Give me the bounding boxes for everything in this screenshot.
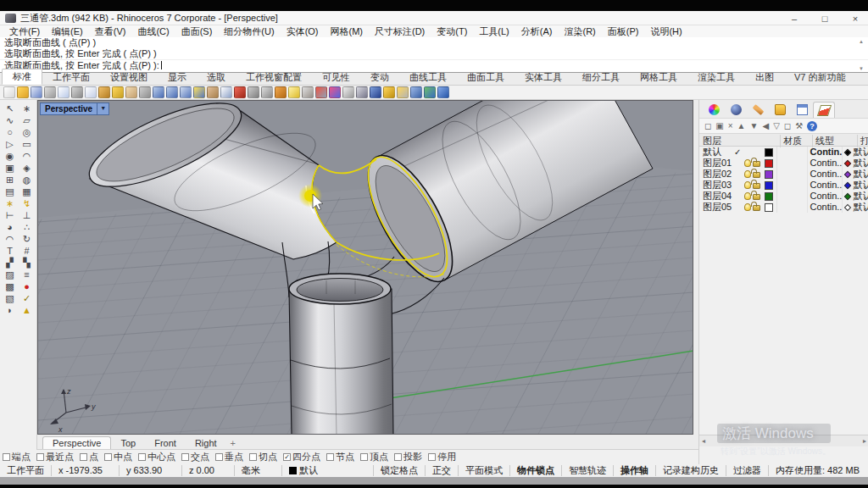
menu-item[interactable]: 工具(L) [473, 25, 515, 38]
surface-icon[interactable]: ▣ [2, 162, 19, 174]
panel-help-icon[interactable]: ? [807, 121, 817, 131]
3d-scene[interactable]: z y x [38, 101, 693, 435]
plane-icon[interactable]: ▦ [19, 186, 36, 197]
tools-icon[interactable]: ⚒ [795, 119, 803, 133]
material-cell[interactable] [776, 169, 807, 180]
lock-cell[interactable] [753, 180, 765, 191]
layer-color-swatch[interactable] [765, 148, 773, 157]
toolbar-tab[interactable]: 设置视图 [100, 70, 158, 85]
render-icon[interactable] [315, 86, 327, 98]
move-down-icon[interactable]: ▼ [750, 119, 759, 133]
status-pane-记录建构历史[interactable]: 记录建构历史 [656, 465, 726, 476]
close-button[interactable]: × [849, 14, 861, 24]
box-icon[interactable]: ⊞ [2, 174, 19, 186]
menu-item[interactable]: 面板(P) [602, 25, 645, 38]
checkbox-icon[interactable]: ✓ [283, 453, 291, 461]
material-cell[interactable] [776, 158, 807, 169]
lines-icon[interactable]: ≡ [19, 269, 36, 280]
viewport-tab-front[interactable]: Front [145, 437, 186, 449]
pan-icon[interactable] [125, 86, 137, 98]
status-pane-正交[interactable]: 正交 [426, 465, 459, 476]
toolbar-tab[interactable]: 细分工具 [572, 70, 630, 85]
scroll-left-icon[interactable]: ◂ [702, 437, 705, 445]
command-scrollbar[interactable]: ▲▼ [856, 39, 866, 71]
unlock-icon[interactable] [753, 172, 760, 178]
blend-icon[interactable]: ◠ [2, 233, 19, 245]
viewport-tab-perspective[interactable]: Perspective [42, 436, 111, 449]
checkbox-icon[interactable] [360, 453, 368, 461]
zoom-dynamic-icon[interactable] [153, 86, 164, 98]
cut-icon[interactable] [71, 86, 83, 98]
loft-icon[interactable]: ◈ [19, 162, 36, 174]
checkbox-icon[interactable] [181, 453, 189, 461]
chevron-down-icon[interactable]: ▼ [97, 103, 109, 115]
paste-icon[interactable] [98, 86, 110, 98]
polygon-icon[interactable]: ▷ [2, 138, 19, 150]
toolbar-tab[interactable]: 选取 [197, 70, 236, 85]
lock-cell[interactable] [753, 158, 765, 169]
zoom-window-icon[interactable] [166, 86, 178, 98]
point-cloud-icon[interactable]: ◉ [2, 150, 19, 162]
checkbox-icon[interactable] [80, 453, 87, 461]
print-color-cell[interactable] [842, 202, 854, 213]
menu-item[interactable]: 渲染(R) [558, 25, 601, 38]
text-icon[interactable]: T [2, 245, 19, 257]
toolbar-tab[interactable]: 网格工具 [630, 70, 687, 85]
link-icon[interactable] [410, 86, 422, 98]
print-color-cell[interactable] [842, 180, 854, 191]
print-icon[interactable] [44, 86, 56, 98]
move-up-icon[interactable]: ▲ [737, 119, 746, 133]
checkbox-icon[interactable] [138, 453, 146, 461]
menu-item[interactable]: 尺寸标注(D) [369, 25, 431, 38]
column-material[interactable]: 材质 [780, 135, 802, 147]
circle-icon[interactable]: ○ [2, 126, 19, 138]
layer-color-swatch[interactable] [765, 159, 773, 168]
osnap-四分点[interactable]: ✓四分点 [283, 451, 320, 463]
checkbox-icon[interactable] [104, 453, 112, 461]
display-tab[interactable] [703, 102, 725, 118]
lock-icon[interactable] [302, 86, 314, 98]
material-cell[interactable] [776, 147, 807, 158]
checkbox-icon[interactable] [428, 453, 436, 461]
maximize-button[interactable]: □ [819, 14, 831, 24]
options-icon[interactable] [397, 86, 409, 98]
properties-icon[interactable] [58, 86, 70, 98]
render-tools-icon[interactable]: ▨ [2, 269, 19, 280]
status-pane-智慧轨迹[interactable]: 智慧轨迹 [562, 465, 614, 476]
lock-cell[interactable] [753, 202, 765, 213]
deform-icon[interactable]: ▱ [19, 114, 36, 126]
lightbulb-icon[interactable] [744, 181, 751, 189]
explode-icon[interactable]: ↯ [19, 197, 36, 209]
layers-tab[interactable] [813, 102, 835, 118]
drop-icon[interactable]: ◗ [2, 304, 19, 316]
ghosted-view-icon[interactable] [356, 86, 368, 98]
move-icon[interactable] [139, 86, 151, 98]
revolve-icon[interactable]: ↻ [19, 233, 36, 245]
material-cell[interactable] [776, 180, 807, 191]
notes-tab[interactable] [747, 102, 769, 118]
toolbar-tab[interactable]: 曲线工具 [399, 70, 457, 85]
sphere-icon[interactable]: ◍ [19, 174, 36, 186]
zoom-selected-icon[interactable] [193, 86, 205, 98]
cluster-icon[interactable]: ∴ [19, 221, 36, 233]
viewport-title[interactable]: Perspective [40, 103, 97, 115]
checkbox-icon[interactable] [394, 453, 402, 461]
grid-snap-icon[interactable]: ▩ [2, 280, 19, 292]
lightbulb-icon[interactable] [744, 203, 751, 211]
blank-page-icon[interactable]: ◻ [784, 119, 791, 133]
set-view-icon[interactable] [234, 86, 246, 98]
lightbulb-icon[interactable] [744, 170, 751, 178]
menu-item[interactable]: 实体(O) [281, 25, 325, 38]
layer-color-swatch[interactable] [765, 203, 773, 212]
unlock-icon[interactable] [753, 161, 760, 167]
menu-item[interactable]: 查看(V) [89, 25, 132, 38]
osnap-节点[interactable]: 节点 [326, 451, 354, 463]
status-pane-锁定格点[interactable]: 锁定格点 [374, 465, 426, 476]
save-file-icon[interactable] [31, 86, 42, 98]
osnap-端点[interactable]: 端点 [3, 451, 31, 463]
scroll-down-icon[interactable]: ▼ [859, 66, 864, 71]
menu-item[interactable]: 曲线(C) [131, 25, 175, 38]
curve-icon[interactable]: ∿ [2, 114, 19, 126]
layer-color-swatch[interactable] [765, 181, 773, 190]
menu-item[interactable]: 编辑(E) [46, 25, 89, 38]
